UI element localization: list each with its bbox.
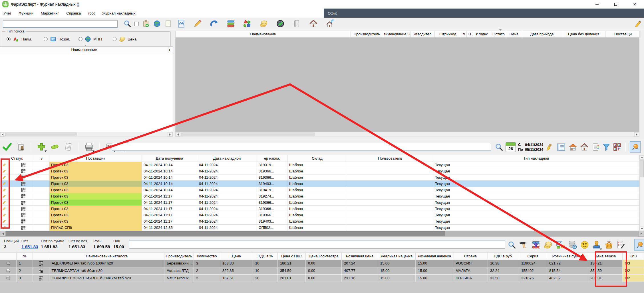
- items-column-11[interactable]: Реальная наценка: [378, 253, 416, 260]
- globe-icon[interactable]: [153, 20, 161, 28]
- catalog-column-8[interactable]: Остато: [491, 31, 506, 37]
- pushpin-toggle[interactable]: [634, 239, 644, 251]
- notes-icon[interactable]: [164, 20, 172, 28]
- catalog-body[interactable]: [175, 38, 639, 132]
- smiley-icon[interactable]: [580, 240, 589, 249]
- date-range[interactable]: С04/11/2024 По05/11/2024: [518, 142, 543, 152]
- items-column-9[interactable]: Цена ГосРеестра: [306, 253, 342, 260]
- results-column-name[interactable]: Наименование: [0, 47, 168, 53]
- clipboard-check-icon[interactable]: [142, 20, 150, 28]
- invoice-filter-input[interactable]: [112, 143, 491, 151]
- items-column-6[interactable]: Цена: [220, 253, 253, 260]
- menu-item-2[interactable]: Маркетинг: [41, 11, 59, 15]
- item-row[interactable]: 2ТЕЛМИСАРТАН таб 80мг n30Актавис ЛТД2322…: [0, 267, 644, 275]
- invoice-row[interactable]: Протек 0304-11-2024 11:1704-11-202431936…: [0, 206, 644, 212]
- db-refresh-icon[interactable]: [568, 240, 577, 250]
- catalog-column-5[interactable]: п: [461, 31, 467, 37]
- catalog-column-6[interactable]: Н: [467, 31, 473, 37]
- shapes-recycle-icon[interactable]: [243, 19, 252, 28]
- copy-stamp-icon[interactable]: [16, 142, 25, 152]
- invoice-row[interactable]: ПУЛЬС СПб04-11-2024 12:3504-11-2024СП502…: [0, 225, 644, 231]
- catalog-column-2[interactable]: зименование З: [383, 31, 410, 37]
- door-icon[interactable]: [292, 19, 301, 28]
- rows-icon[interactable]: [226, 19, 235, 28]
- scroll-right-icon[interactable]: [168, 132, 172, 137]
- list-panel-icon[interactable]: [556, 143, 566, 152]
- scroll-left-icon[interactable]: [176, 132, 180, 137]
- radio-button[interactable]: [7, 37, 11, 41]
- menu-item-4[interactable]: root: [88, 11, 94, 15]
- catalog-column-3[interactable]: изводител: [410, 31, 435, 37]
- invoice-row[interactable]: Протек 0304-11-2024 11:1704-11-202431936…: [0, 212, 644, 218]
- invoices-column-2[interactable]: Поставщик: [49, 155, 142, 162]
- home-icon[interactable]: [309, 19, 318, 28]
- items-column-14[interactable]: НДС в руб.: [488, 253, 519, 260]
- items-column-17[interactable]: Цена заказа: [588, 253, 623, 260]
- catalog-column-7[interactable]: к годнс: [473, 31, 491, 37]
- invoice-row[interactable]: Протек 0304-11-2024 10:1404-11-202431936…: [0, 168, 644, 174]
- stamp-icon[interactable]: [592, 240, 601, 250]
- scroll-thumb[interactable]: [6, 231, 445, 236]
- coins-icon[interactable]: [259, 19, 268, 28]
- items-column-1[interactable]: №: [17, 253, 33, 260]
- scroll-left-icon[interactable]: [0, 132, 5, 137]
- pushpin-toggle[interactable]: [630, 141, 641, 153]
- items-column-4[interactable]: Производитель: [164, 253, 194, 260]
- search-type-3[interactable]: Цена: [113, 36, 136, 42]
- invoice-row[interactable]: Протек 0304-11-2024 11:1704-11-202431940…: [0, 218, 644, 225]
- notebook-icon[interactable]: [591, 143, 600, 152]
- invoices-column-5[interactable]: ер накла,: [257, 155, 287, 162]
- menu-item-5[interactable]: Журнал накладных: [102, 11, 136, 15]
- scanner-gun-icon[interactable]: [519, 240, 528, 250]
- receipt-icon[interactable]: [63, 142, 73, 152]
- search-icon[interactable]: [508, 241, 516, 249]
- radio-button[interactable]: [79, 37, 82, 41]
- items-column-16[interactable]: Розничная сумма: [547, 253, 588, 260]
- scroll-right-icon[interactable]: [638, 231, 644, 237]
- scroll-thumb[interactable]: [640, 160, 644, 177]
- redo-icon[interactable]: [210, 19, 219, 28]
- apply-check-icon[interactable]: [2, 142, 12, 152]
- items-column-3[interactable]: Наименование каталога: [49, 253, 164, 260]
- broom-icon[interactable]: [546, 143, 554, 152]
- invoice-row[interactable]: Протек 0304-11-2024 10:1404-11-202431931…: [0, 162, 644, 168]
- menu-item-3[interactable]: Справка: [66, 11, 81, 15]
- catalog-column-4[interactable]: Штрихкод: [435, 31, 461, 37]
- qr-color-icon[interactable]: [613, 143, 621, 151]
- coins-icon[interactable]: [543, 240, 553, 250]
- power-check-icon[interactable]: [276, 19, 285, 28]
- home-orange-icon[interactable]: [568, 143, 577, 152]
- scroll-thumb[interactable]: [181, 133, 315, 136]
- item-row[interactable]: 3ЭВКАЛИПТ ФОРТЕ И АЛТЕЙ СИЛУМ таб n20Nat…: [0, 275, 644, 282]
- brush-icon[interactable]: [634, 19, 642, 28]
- product-search-input[interactable]: [3, 20, 118, 28]
- invoice-row[interactable]: Протек 0304-11-2024 11:1704-11-202431927…: [0, 193, 644, 200]
- radio-button[interactable]: [113, 37, 117, 41]
- scroll-up-icon[interactable]: [640, 155, 644, 160]
- search-option-checkbox[interactable]: [134, 22, 139, 26]
- invoice-row[interactable]: Протек 0304-11-2024 10:1404-11-202431940…: [0, 181, 644, 187]
- search-results-list[interactable]: [0, 53, 173, 132]
- basket-icon[interactable]: [604, 240, 614, 250]
- items-column-8[interactable]: Цена с НДС: [278, 253, 306, 260]
- menu-item-0[interactable]: Учет: [3, 11, 11, 15]
- items-column-10[interactable]: Розничная цена: [342, 253, 378, 260]
- scroll-right-icon[interactable]: [634, 132, 639, 137]
- catalog-column-9[interactable]: Цена: [506, 31, 522, 37]
- invoices-column-7[interactable]: Пользователь: [347, 155, 433, 162]
- menu-item-1[interactable]: Функции: [19, 11, 33, 15]
- items-column-18[interactable]: КИЗ: [623, 253, 644, 260]
- item-row[interactable]: 1АЦЕКЛОФЕНАК таб п/об 100мг n20Березовск…: [0, 260, 644, 267]
- invoices-vscrollbar[interactable]: [639, 155, 644, 231]
- catalog-hscrollbar[interactable]: [175, 132, 639, 137]
- items-filter-input[interactable]: [129, 241, 505, 249]
- radio-button[interactable]: [44, 37, 48, 41]
- invoices-column-8[interactable]: Тип накладной: [433, 155, 639, 162]
- invoices-column-0[interactable]: Статус: [0, 155, 34, 162]
- search-icon[interactable]: [123, 20, 131, 28]
- catalog-column-10[interactable]: Дата прихода: [522, 31, 562, 37]
- items-column-2[interactable]: [33, 253, 49, 260]
- invoices-column-3[interactable]: Дата получения: [142, 155, 197, 162]
- summary-value[interactable]: 1 651.83: [21, 244, 38, 249]
- items-column-15[interactable]: Серия: [519, 253, 547, 260]
